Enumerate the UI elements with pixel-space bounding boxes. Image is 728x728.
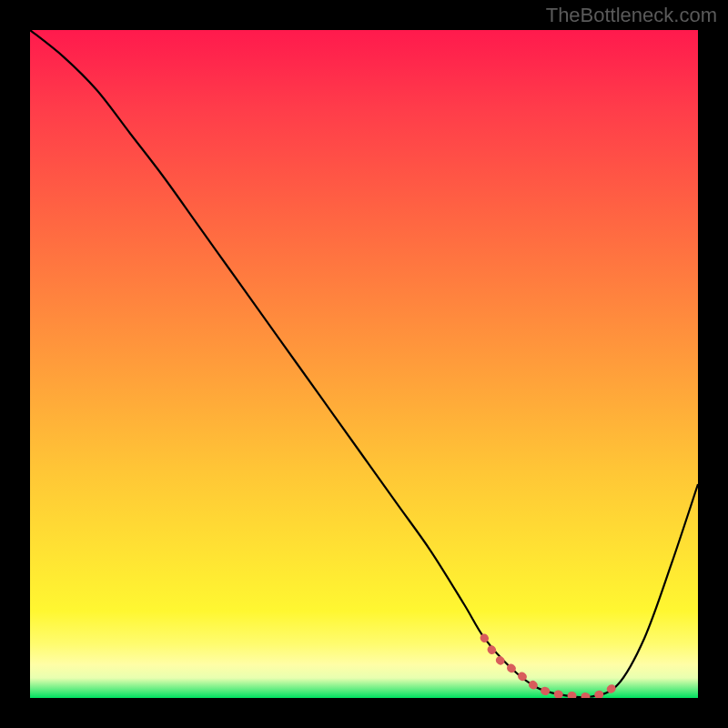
curve-layer (30, 30, 698, 698)
bottleneck-curve (30, 30, 698, 697)
optimal-range-curve (484, 638, 618, 697)
plot-area (30, 30, 698, 698)
watermark-text: TheBottleneck.com (546, 4, 717, 27)
chart-container: TheBottleneck.com (0, 0, 728, 728)
